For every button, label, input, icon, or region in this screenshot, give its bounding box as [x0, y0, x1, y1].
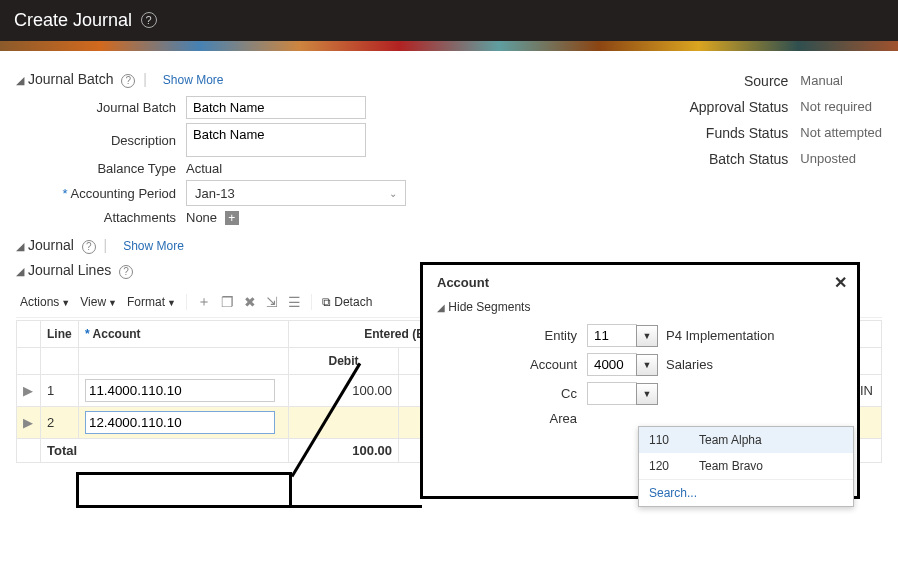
help-icon[interactable]: ?: [119, 265, 133, 279]
detach-button[interactable]: ⧉ Detach: [322, 295, 372, 309]
approval-status-value: Not required: [800, 99, 872, 115]
account-seg-desc: Salaries: [666, 357, 713, 372]
cc-dropdown-list: 110Team Alpha 120Team Bravo Search...: [638, 426, 854, 507]
batch-status-panel: SourceManual Approval StatusNot required…: [660, 63, 882, 229]
batch-status-value: Unposted: [800, 151, 856, 167]
approval-status-label: Approval Status: [660, 99, 800, 115]
entity-dropdown-icon[interactable]: ▼: [636, 325, 658, 347]
source-label: Source: [660, 73, 800, 89]
page-header: Create Journal ?: [0, 0, 898, 41]
collapse-icon[interactable]: ◢: [16, 74, 24, 86]
col-account: * Account: [79, 321, 289, 348]
account-dropdown-icon[interactable]: ▼: [636, 354, 658, 376]
delete-icon[interactable]: ✖: [244, 294, 256, 310]
col-line: Line: [41, 321, 79, 348]
funds-status-label: Funds Status: [660, 125, 800, 141]
attachments-label: Attachments: [16, 210, 186, 225]
debit-cell[interactable]: [289, 407, 399, 439]
add-attachment-icon[interactable]: +: [225, 211, 239, 225]
account-input[interactable]: [85, 379, 275, 402]
popup-title: Account: [437, 275, 843, 290]
export-icon[interactable]: ⇲: [266, 294, 278, 310]
help-icon[interactable]: ?: [82, 240, 96, 254]
cc-input[interactable]: [587, 382, 637, 405]
show-more-link[interactable]: Show More: [163, 73, 224, 87]
accounting-period-label: * Accounting Period: [16, 186, 186, 201]
decorative-banner: [0, 41, 898, 51]
show-more-link[interactable]: Show More: [123, 239, 184, 253]
callout-highlight: [76, 472, 292, 508]
col-debit: Debit: [289, 348, 399, 375]
description-input[interactable]: [186, 123, 366, 157]
add-row-icon[interactable]: ＋: [197, 293, 211, 311]
source-value: Manual: [800, 73, 843, 89]
help-icon[interactable]: ?: [121, 74, 135, 88]
page-title: Create Journal: [14, 10, 132, 30]
dropdown-option[interactable]: 110Team Alpha: [639, 427, 853, 453]
balance-type-label: Balance Type: [16, 161, 186, 176]
description-label: Description: [16, 133, 186, 148]
accounting-period-select[interactable]: Jan-13 ⌄: [186, 180, 406, 206]
funds-status-value: Not attempted: [800, 125, 882, 141]
cc-dropdown-icon[interactable]: ▼: [636, 383, 658, 405]
help-icon[interactable]: ?: [141, 12, 157, 28]
journal-section-header: ◢ Journal ? | Show More: [16, 237, 882, 254]
journal-batch-input[interactable]: [186, 96, 366, 119]
balance-type-value: Actual: [186, 161, 222, 176]
journal-batch-label: Journal Batch: [16, 100, 186, 115]
callout-line: [292, 505, 422, 508]
expand-row-icon[interactable]: ▶: [17, 407, 41, 439]
dropdown-option[interactable]: 120Team Bravo: [639, 453, 853, 479]
chevron-down-icon: ⌄: [389, 188, 397, 199]
format-menu[interactable]: Format▼: [127, 295, 176, 309]
area-label: Area: [437, 411, 587, 426]
collapse-icon[interactable]: ◢: [16, 265, 24, 277]
close-icon[interactable]: ✕: [834, 273, 847, 292]
dropdown-search[interactable]: Search...: [639, 479, 853, 506]
account-input[interactable]: [85, 411, 275, 434]
total-label: Total: [41, 439, 289, 463]
duplicate-icon[interactable]: ❐: [221, 294, 234, 310]
actions-menu[interactable]: Actions▼: [20, 295, 70, 309]
attachments-value: None +: [186, 210, 239, 225]
hide-segments-toggle[interactable]: ◢ Hide Segments: [437, 300, 843, 314]
wrap-icon[interactable]: ☰: [288, 294, 301, 310]
entity-label: Entity: [437, 328, 587, 343]
entity-desc: P4 Implementation: [666, 328, 774, 343]
journal-batch-section-header: ◢ Journal Batch ? | Show More: [16, 71, 600, 88]
cc-label: Cc: [437, 386, 587, 401]
entity-input[interactable]: [587, 324, 637, 347]
account-seg-label: Account: [437, 357, 587, 372]
collapse-icon[interactable]: ◢: [16, 240, 24, 252]
expand-row-icon[interactable]: ▶: [17, 375, 41, 407]
account-seg-input[interactable]: [587, 353, 637, 376]
view-menu[interactable]: View▼: [80, 295, 117, 309]
batch-status-label: Batch Status: [660, 151, 800, 167]
